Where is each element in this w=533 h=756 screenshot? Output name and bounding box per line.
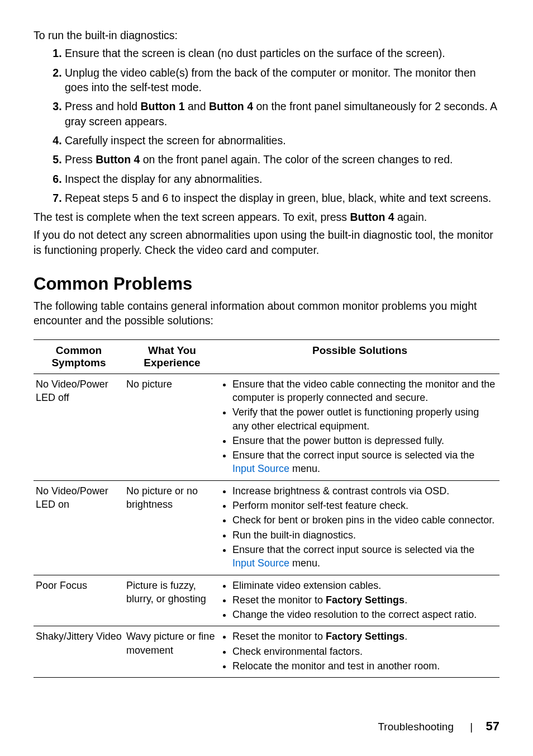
cell-solutions: Reset the monitor to Factory Settings. C… xyxy=(220,626,499,678)
step-5: Press Button 4 on the front panel again.… xyxy=(65,152,499,167)
th-experience: What You Experience xyxy=(124,339,220,374)
cell-experience: No picture xyxy=(124,374,220,480)
input-source-link[interactable]: Input Source xyxy=(232,463,289,474)
step-3: Press and hold Button 1 and Button 4 on … xyxy=(65,99,499,129)
section-intro: The following table contains general inf… xyxy=(34,299,499,328)
cell-symptom: No Video/Power LED on xyxy=(34,480,124,575)
problems-table: Common Symptoms What You Experience Poss… xyxy=(34,339,499,678)
step-7: Repeat steps 5 and 6 to inspect the disp… xyxy=(65,191,499,205)
outro-1: The test is complete when the text scree… xyxy=(34,210,499,224)
step-6: Inspect the display for any abnormalitie… xyxy=(65,172,499,186)
page-number: 57 xyxy=(486,719,499,733)
step-4: Carefully inspect the screen for abnorma… xyxy=(65,133,499,148)
step-2: Unplug the video cable(s) from the back … xyxy=(65,65,499,95)
cell-experience: Picture is fuzzy, blurry, or ghosting xyxy=(124,575,220,626)
outro-2: If you do not detect any screen abnormal… xyxy=(34,228,499,257)
table-row: Shaky/Jittery Video Wavy picture or fine… xyxy=(34,626,499,678)
cell-experience: Wavy picture or fine movement xyxy=(124,626,220,678)
cell-solutions: Ensure that the video cable connecting t… xyxy=(220,374,499,480)
page-footer: Troubleshooting | 57 xyxy=(378,719,499,734)
table-row: No Video/Power LED off No picture Ensure… xyxy=(34,374,499,480)
steps-list: Ensure that the screen is clean (no dust… xyxy=(34,46,499,205)
th-symptoms: Common Symptoms xyxy=(34,339,124,374)
cell-symptom: Poor Focus xyxy=(34,575,124,626)
cell-solutions: Increase brightness & contrast controls … xyxy=(220,480,499,575)
cell-symptom: No Video/Power LED off xyxy=(34,374,124,480)
th-solutions: Possible Solutions xyxy=(220,339,499,374)
input-source-link[interactable]: Input Source xyxy=(232,557,289,569)
table-row: No Video/Power LED on No picture or no b… xyxy=(34,480,499,575)
cell-solutions: Eliminate video extension cables. Reset … xyxy=(220,575,499,626)
intro-text: To run the built-in diagnostics: xyxy=(34,28,499,42)
table-row: Poor Focus Picture is fuzzy, blurry, or … xyxy=(34,575,499,626)
cell-symptom: Shaky/Jittery Video xyxy=(34,626,124,678)
footer-section: Troubleshooting xyxy=(378,721,454,733)
footer-separator: | xyxy=(470,721,473,733)
section-heading: Common Problems xyxy=(34,274,499,294)
cell-experience: No picture or no brightness xyxy=(124,480,220,575)
step-1: Ensure that the screen is clean (no dust… xyxy=(65,46,499,60)
